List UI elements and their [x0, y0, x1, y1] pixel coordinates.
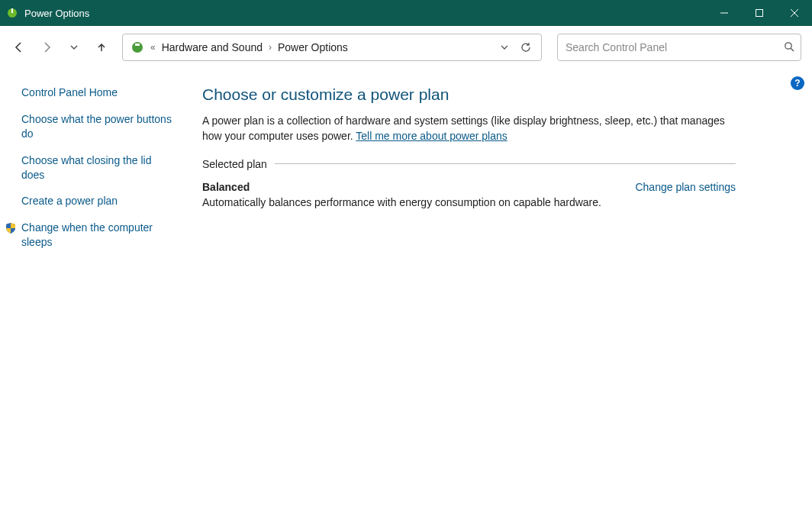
sidebar-link-power-buttons[interactable]: Choose what the power buttons do	[21, 112, 172, 141]
plan-name: Balanced	[202, 181, 620, 193]
svg-rect-3	[756, 10, 763, 17]
svg-line-9	[791, 48, 794, 51]
plan-row: Balanced Change plan settings	[202, 181, 736, 193]
navigation-bar: « Hardware and Sound › Power Options	[0, 26, 812, 69]
breadcrumb-prefix: «	[149, 42, 157, 53]
forward-button[interactable]	[35, 36, 58, 59]
sidebar-link-computer-sleeps[interactable]: Change when the computer sleeps	[21, 221, 172, 250]
chevron-right-icon: ›	[267, 42, 273, 53]
svg-point-8	[785, 42, 791, 48]
page-heading: Choose or customize a power plan	[202, 85, 736, 104]
close-button[interactable]	[777, 0, 812, 26]
back-button[interactable]	[8, 36, 31, 59]
refresh-button[interactable]	[515, 37, 536, 58]
sidebar-link-closing-lid[interactable]: Choose what closing the lid does	[21, 153, 172, 182]
breadcrumb-parent[interactable]: Hardware and Sound	[157, 38, 267, 56]
svg-rect-7	[135, 44, 140, 46]
power-options-icon	[6, 7, 18, 19]
titlebar: Power Options	[0, 0, 812, 26]
search-icon[interactable]	[784, 41, 794, 54]
selected-plan-label: Selected plan	[202, 158, 267, 170]
help-button[interactable]: ?	[791, 76, 804, 90]
sidebar-link-create-plan[interactable]: Create a power plan	[21, 194, 172, 208]
content-area: ? Control Panel Home Choose what the pow…	[0, 69, 812, 532]
sidebar-link-label: Change when the computer sleeps	[21, 221, 153, 248]
main-panel: Choose or customize a power plan A power…	[179, 69, 812, 532]
address-dropdown-button[interactable]	[494, 37, 515, 58]
svg-rect-1	[11, 8, 13, 13]
search-input[interactable]	[564, 40, 784, 54]
plan-description: Automatically balances performance with …	[202, 196, 736, 208]
location-icon	[129, 39, 146, 56]
address-bar[interactable]: « Hardware and Sound › Power Options	[122, 34, 542, 61]
page-description: A power plan is a collection of hardware…	[202, 113, 736, 144]
recent-locations-button[interactable]	[63, 36, 85, 59]
search-box[interactable]	[557, 34, 801, 61]
tell-me-more-link[interactable]: Tell me more about power plans	[356, 130, 507, 142]
sidebar: Control Panel Home Choose what the power…	[0, 69, 179, 532]
window-title: Power Options	[24, 8, 89, 19]
minimize-button[interactable]	[707, 0, 742, 26]
up-button[interactable]	[90, 36, 113, 59]
selected-plan-header: Selected plan	[202, 158, 736, 170]
uac-shield-icon	[5, 222, 17, 234]
change-plan-settings-link[interactable]: Change plan settings	[635, 181, 736, 193]
maximize-button[interactable]	[742, 0, 777, 26]
divider	[275, 163, 736, 164]
control-panel-home-link[interactable]: Control Panel Home	[21, 85, 172, 100]
breadcrumb-current[interactable]: Power Options	[273, 38, 353, 56]
